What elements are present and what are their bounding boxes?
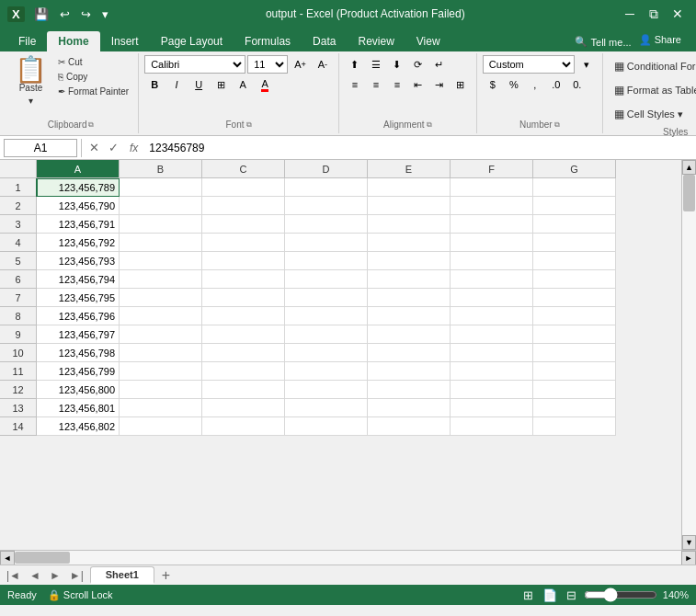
tab-review[interactable]: Review	[347, 31, 405, 51]
grid-cell[interactable]: 123,456,789	[37, 178, 120, 197]
formula-input[interactable]	[145, 139, 692, 157]
grid-cell[interactable]	[285, 197, 368, 215]
grid-cell[interactable]	[120, 270, 202, 289]
tab-formulas[interactable]: Formulas	[234, 31, 302, 51]
col-header-b[interactable]: B	[120, 160, 202, 178]
sheet-nav-next[interactable]: ►	[47, 569, 63, 582]
grid-cell[interactable]	[285, 399, 368, 417]
format-painter-button[interactable]: ✒ Format Painter	[54, 85, 132, 98]
comma-btn[interactable]: ,	[525, 75, 545, 94]
cancel-formula-btn[interactable]: ✕	[86, 141, 103, 154]
grid-cell[interactable]: 123,456,802	[37, 417, 120, 436]
paste-dropdown-btn[interactable]: ▾	[26, 95, 36, 107]
grid-cell[interactable]	[120, 289, 202, 307]
add-sheet-btn[interactable]: +	[158, 567, 174, 584]
grid-cell[interactable]	[533, 289, 616, 307]
grid-cell[interactable]	[368, 362, 451, 381]
grid-cell[interactable]	[533, 234, 616, 252]
number-format-dropdown-btn[interactable]: ▾	[576, 55, 597, 74]
grid-cell[interactable]	[202, 178, 285, 197]
highlight-color-btn[interactable]: A	[233, 75, 253, 94]
scroll-right-btn[interactable]: ►	[681, 551, 696, 565]
copy-button[interactable]: ⎘ Copy	[54, 70, 132, 84]
grid-cell[interactable]	[451, 234, 533, 252]
sheet-nav-prev[interactable]: ◄	[27, 569, 43, 582]
paste-button[interactable]: 📋 Paste	[9, 55, 52, 95]
grid-cell[interactable]	[202, 325, 285, 344]
center-align-btn[interactable]: ≡	[366, 75, 386, 94]
grid-cell[interactable]	[533, 252, 616, 270]
grid-cell[interactable]	[202, 289, 285, 307]
grid-cell[interactable]	[202, 381, 285, 399]
grid-cell[interactable]: 123,456,799	[37, 362, 120, 381]
tab-data[interactable]: Data	[302, 31, 347, 51]
tab-home[interactable]: Home	[47, 31, 99, 51]
grid-cell[interactable]	[120, 307, 202, 325]
grid-cell[interactable]	[533, 399, 616, 417]
grid-cell[interactable]	[120, 399, 202, 417]
grid-cell[interactable]	[202, 344, 285, 362]
tell-me-input[interactable]: Tell me...	[591, 37, 632, 48]
grid-cell[interactable]	[202, 270, 285, 289]
grid-cell[interactable]	[451, 289, 533, 307]
grid-cell[interactable]	[368, 197, 451, 215]
grid-cell[interactable]	[451, 178, 533, 197]
col-header-e[interactable]: E	[368, 160, 451, 178]
tab-insert[interactable]: Insert	[100, 31, 150, 51]
grid-cell[interactable]	[368, 417, 451, 436]
grid-cell[interactable]	[368, 399, 451, 417]
font-name-select[interactable]: Calibri	[144, 55, 245, 74]
grid-cell[interactable]	[202, 362, 285, 381]
grid-cell[interactable]	[368, 178, 451, 197]
minimize-btn[interactable]: ─	[619, 3, 641, 25]
grid-cell[interactable]	[285, 234, 368, 252]
grid-cell[interactable]	[120, 178, 202, 197]
italic-button[interactable]: I	[166, 75, 187, 94]
increase-decimal-btn[interactable]: .0	[546, 75, 566, 94]
grid-cell[interactable]	[533, 270, 616, 289]
grid-cell[interactable]	[120, 197, 202, 215]
tab-view[interactable]: View	[405, 31, 451, 51]
scroll-up-btn[interactable]: ▲	[682, 160, 696, 175]
format-as-table-btn[interactable]: ▦ Format as Table ▾	[609, 79, 696, 101]
grid-cell[interactable]	[285, 270, 368, 289]
grid-cell[interactable]	[202, 417, 285, 436]
grid-cell[interactable]	[533, 417, 616, 436]
grid-cell[interactable]	[285, 417, 368, 436]
underline-button[interactable]: U	[188, 75, 209, 94]
grid-cell[interactable]	[202, 234, 285, 252]
grid-cell[interactable]	[368, 307, 451, 325]
grid-cell[interactable]	[451, 215, 533, 234]
customize-quick-btn[interactable]: ▾	[98, 6, 112, 23]
grid-cell[interactable]: 123,456,795	[37, 289, 120, 307]
grid-cell[interactable]	[120, 362, 202, 381]
col-header-f[interactable]: F	[451, 160, 533, 178]
top-align-btn[interactable]: ⬆	[345, 55, 365, 74]
grid-cell[interactable]	[368, 215, 451, 234]
scroll-left-btn[interactable]: ◄	[0, 551, 15, 565]
grid-cell[interactable]	[285, 381, 368, 399]
grid-cell[interactable]	[533, 362, 616, 381]
close-btn[interactable]: ✕	[667, 3, 689, 25]
merge-cells-btn[interactable]: ⊞	[451, 75, 471, 94]
grid-cell[interactable]	[451, 381, 533, 399]
increase-font-size-btn[interactable]: A+	[290, 55, 311, 74]
col-header-g[interactable]: G	[533, 160, 616, 178]
tab-file[interactable]: File	[7, 31, 47, 51]
alignment-expand-icon[interactable]: ⧉	[427, 120, 432, 130]
grid-cell[interactable]	[451, 417, 533, 436]
grid-cell[interactable]	[285, 325, 368, 344]
cut-button[interactable]: ✂ Cut	[54, 55, 132, 69]
grid-cell[interactable]	[285, 362, 368, 381]
conditional-formatting-btn[interactable]: ▦ Conditional Formatting ▾	[609, 55, 696, 77]
grid-cell[interactable]	[451, 270, 533, 289]
decrease-indent-btn[interactable]: ⇤	[408, 75, 428, 94]
page-layout-view-btn[interactable]: 📄	[541, 588, 559, 602]
tab-page-layout[interactable]: Page Layout	[150, 31, 234, 51]
percent-btn[interactable]: %	[504, 75, 524, 94]
col-header-c[interactable]: C	[202, 160, 285, 178]
cell-reference-box[interactable]	[4, 139, 77, 157]
grid-cell[interactable]	[120, 215, 202, 234]
number-format-select[interactable]: Custom General Number Currency Accountin…	[483, 55, 575, 74]
scroll-down-btn[interactable]: ▼	[682, 535, 696, 550]
